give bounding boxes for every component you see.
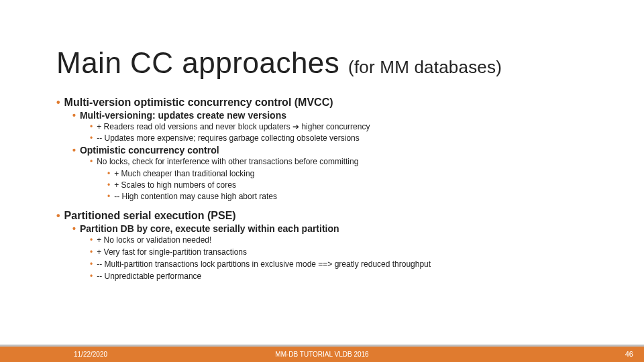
- text: Multi-versioning: updates create new ver…: [80, 110, 286, 121]
- mv-point-0: •+ Readers read old versions and never b…: [90, 121, 624, 132]
- pse-point-0: •+ No locks or validation needed!: [90, 235, 624, 246]
- mv-point-1: •-- Updates more expensive; requires gar…: [90, 133, 624, 143]
- title-sub: (for MM databases): [348, 57, 502, 77]
- text: + Scales to high numbers of cores: [114, 180, 236, 190]
- slide-title: Main CC approaches (for MM databases): [56, 48, 502, 78]
- title-main: Main CC approaches: [56, 46, 348, 79]
- mvcc-heading: •Multi-version optimistic concurrency co…: [56, 97, 624, 109]
- occ-heading: •Optimistic concurrency control: [72, 145, 624, 156]
- text: + No locks or validation needed!: [97, 235, 211, 245]
- pse-heading: •Partitioned serial execution (PSE): [56, 210, 624, 222]
- multiversioning-heading: •Multi-versioning: updates create new ve…: [72, 110, 624, 121]
- pse-point-2: •-- Multi-partition transactions lock pa…: [90, 259, 624, 270]
- pse-point-3: •-- Unpredictable performance: [90, 271, 624, 282]
- text: Partition DB by core, execute serially w…: [80, 223, 339, 234]
- text: -- Multi-partition transactions lock par…: [97, 259, 431, 269]
- pse-sub: •Partition DB by core, execute serially …: [72, 223, 624, 234]
- text: + Readers read old versions and never bl…: [97, 122, 370, 131]
- footer-center: MM-DB TUTORIAL VLDB 2016: [0, 351, 644, 358]
- occ-point-0: •+ Much cheaper than traditional locking: [107, 168, 624, 179]
- occ-lead: •No locks, check for interference with o…: [90, 156, 624, 167]
- text: Partitioned serial execution (PSE): [64, 210, 236, 221]
- text: + Much cheaper than traditional locking: [114, 169, 254, 178]
- text: Optimistic concurrency control: [80, 145, 219, 156]
- text: -- Updates more expensive; requires garb…: [97, 133, 360, 143]
- footer-page: 46: [625, 350, 633, 358]
- content-body: •Multi-version optimistic concurrency co…: [56, 94, 624, 282]
- pse-point-1: •+ Very fast for single-partition transa…: [90, 247, 624, 258]
- text: + Very fast for single-partition transac…: [97, 247, 247, 257]
- text: Multi-version optimistic concurrency con…: [64, 97, 333, 108]
- occ-point-1: •+ Scales to high numbers of cores: [107, 180, 624, 190]
- text: -- High contention may cause high abort …: [114, 192, 277, 201]
- occ-point-2: •-- High contention may cause high abort…: [107, 191, 624, 202]
- footer-band: 11/22/2020 MM-DB TUTORIAL VLDB 2016 46: [0, 345, 644, 362]
- text: No locks, check for interference with ot…: [97, 157, 358, 166]
- slide: Main CC approaches (for MM databases) •M…: [0, 0, 644, 362]
- text: -- Unpredictable performance: [97, 272, 201, 281]
